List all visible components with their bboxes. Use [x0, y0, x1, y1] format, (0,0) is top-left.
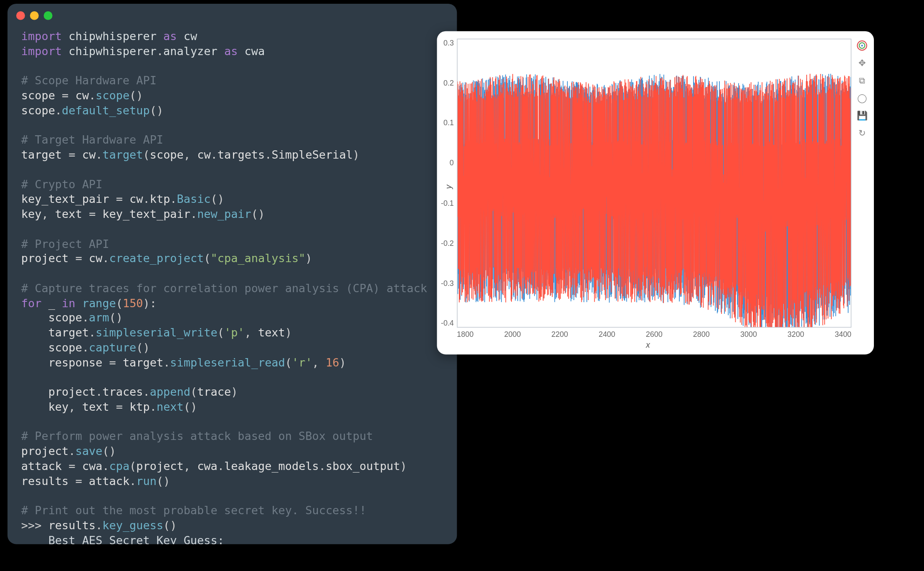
box-zoom-tool-icon[interactable]: ⧉ — [855, 73, 869, 87]
traces-svg — [458, 39, 851, 327]
close-icon[interactable] — [16, 11, 25, 20]
window-titlebar — [8, 4, 457, 25]
code-editor-window: import chipwhisperer as cw import chipwh… — [8, 4, 457, 544]
save-tool-icon[interactable]: 💾 — [855, 109, 869, 122]
minimize-icon[interactable] — [30, 11, 39, 20]
x-tick-labels: 180020002200240026002800300032003400 — [457, 330, 851, 339]
reset-tool-icon[interactable]: ↻ — [855, 126, 869, 140]
plot-panel: y 0.30.20.10-0.1-0.2-0.3-0.4 18002000220… — [437, 31, 874, 354]
x-axis-label: x — [442, 340, 854, 349]
plot-area[interactable]: y 0.30.20.10-0.1-0.2-0.3-0.4 — [457, 39, 851, 328]
svg-point-2 — [861, 45, 863, 46]
code-content: import chipwhisperer as cw import chipwh… — [8, 25, 457, 544]
y-tick-labels: 0.30.20.10-0.1-0.2-0.3-0.4 — [425, 39, 454, 327]
wheel-zoom-tool-icon[interactable]: ◯ — [855, 91, 869, 105]
fullscreen-icon[interactable] — [44, 11, 53, 20]
pan-tool-icon[interactable]: ✥ — [855, 56, 869, 70]
plot-toolbar: ✥ ⧉ ◯ 💾 ↻ — [854, 36, 870, 349]
bokeh-logo-icon[interactable] — [855, 39, 869, 53]
